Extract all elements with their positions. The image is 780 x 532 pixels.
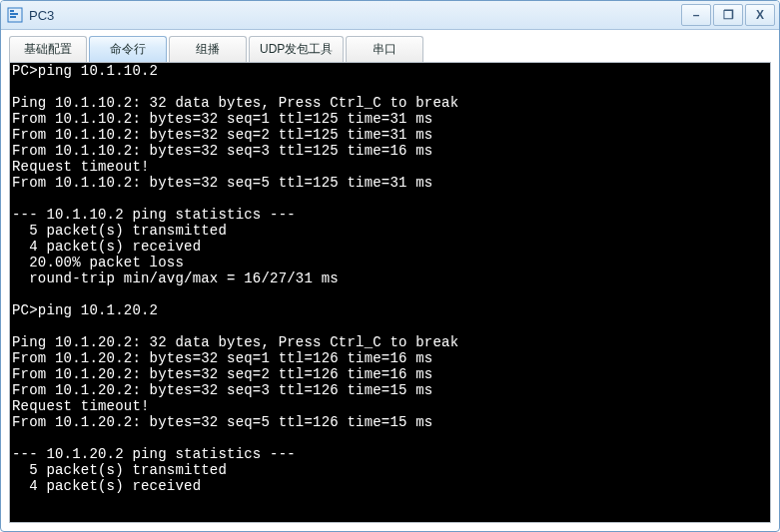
close-button[interactable]: X — [745, 4, 775, 26]
app-window: PC3 – ❐ X 基础配置 命令行 组播 UDP发包工具 串口 PC>ping… — [0, 0, 780, 532]
terminal-scroll[interactable]: PC>ping 10.1.10.2 Ping 10.1.10.2: 32 dat… — [10, 63, 770, 522]
maximize-button[interactable]: ❐ — [713, 4, 743, 26]
tab-udp-tool[interactable]: UDP发包工具 — [249, 36, 344, 62]
window-title: PC3 — [29, 8, 681, 23]
tab-serial[interactable]: 串口 — [346, 36, 423, 62]
app-icon — [7, 7, 23, 23]
tab-command-line[interactable]: 命令行 — [89, 36, 167, 62]
tab-multicast[interactable]: 组播 — [169, 36, 247, 62]
tab-basic-config[interactable]: 基础配置 — [9, 36, 87, 62]
titlebar[interactable]: PC3 – ❐ X — [1, 1, 779, 30]
terminal-output[interactable]: PC>ping 10.1.10.2 Ping 10.1.10.2: 32 dat… — [10, 63, 770, 522]
minimize-button[interactable]: – — [681, 4, 711, 26]
terminal-frame: PC>ping 10.1.10.2 Ping 10.1.10.2: 32 dat… — [9, 62, 771, 523]
window-buttons: – ❐ X — [681, 4, 775, 26]
tabs-row: 基础配置 命令行 组播 UDP发包工具 串口 — [1, 30, 779, 62]
